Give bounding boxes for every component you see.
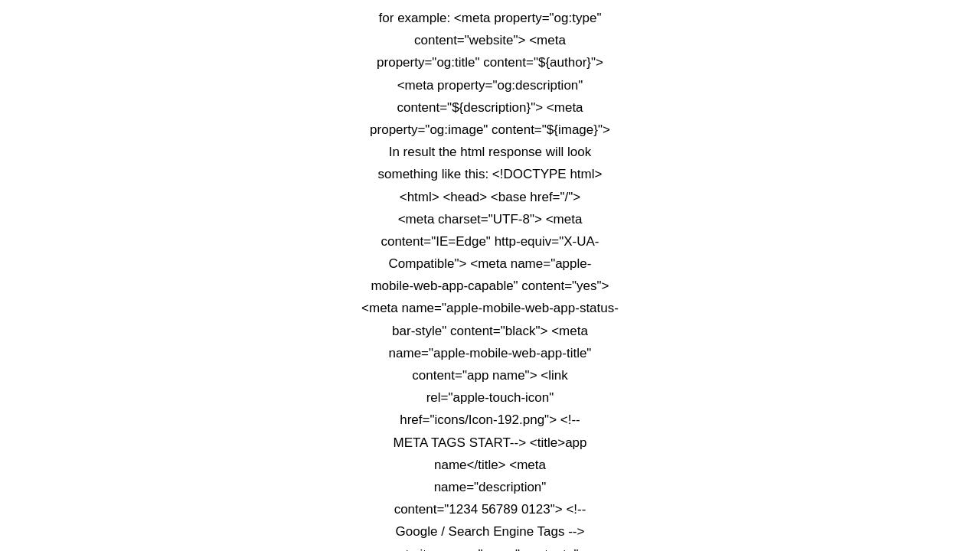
text-line: <meta itemprop="name" content="app: [207, 544, 773, 552]
text-line: property="og:title" content="${author}">: [207, 52, 773, 73]
text-line: <meta property="og:description": [207, 75, 773, 96]
text-line: name="apple-mobile-web-app-title": [207, 343, 773, 364]
main-content: for example: <meta property="og:type"con…: [0, 0, 980, 551]
text-line: for example: <meta property="og:type": [207, 8, 773, 28]
text-line: content="website"> <meta: [207, 30, 773, 51]
text-line: META TAGS START--> <title>app: [207, 432, 773, 453]
text-line: content="1234 56789 0123"> <!--: [207, 499, 773, 520]
text-line: Compatible"> <meta name="apple-: [207, 253, 773, 274]
text-line: <html> <head> <base href="/">: [207, 187, 773, 207]
text-line: bar-style" content="black"> <meta: [207, 321, 773, 341]
text-line: href="icons/Icon-192.png"> <!--: [207, 409, 773, 430]
text-line: content="IE=Edge" http-equiv="X-UA-: [207, 231, 773, 252]
text-line: <meta charset="UTF-8"> <meta: [207, 209, 773, 230]
code-text-block: for example: <meta property="og:type"con…: [191, 8, 789, 551]
text-line: Google / Search Engine Tags -->: [207, 521, 773, 542]
text-line: rel="apple-touch-icon": [207, 387, 773, 408]
text-line: content="app name"> <link: [207, 365, 773, 386]
text-line: name="description": [207, 477, 773, 497]
text-line: mobile-web-app-capable" content="yes">: [207, 276, 773, 296]
text-line: name</title> <meta: [207, 455, 773, 475]
text-line: something like this: <!DOCTYPE html>: [207, 164, 773, 184]
text-line: In result the html response will look: [207, 142, 773, 162]
text-line: content="${description}"> <meta: [207, 97, 773, 118]
text-line: <meta name="apple-mobile-web-app-status-: [207, 298, 773, 318]
text-line: property="og:image" content="${image}">: [207, 119, 773, 140]
